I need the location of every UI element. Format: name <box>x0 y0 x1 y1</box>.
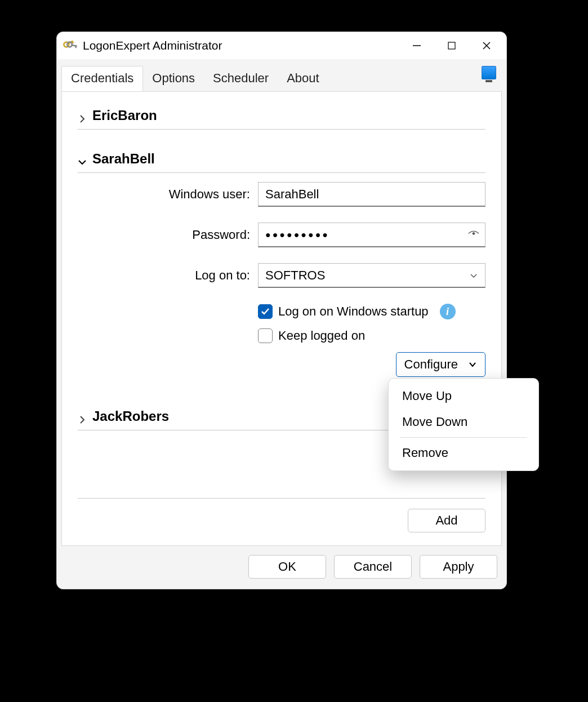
chevron-down-icon <box>78 154 87 163</box>
maximize-button[interactable] <box>434 33 469 58</box>
credential-name: EricBaron <box>92 108 157 123</box>
menu-move-up[interactable]: Move Up <box>389 383 538 409</box>
logon-to-value: SOFTROS <box>265 268 325 283</box>
svg-rect-7 <box>448 42 455 49</box>
window-title: LogonExpert Administrator <box>83 39 222 52</box>
keep-logged-checkbox[interactable] <box>258 328 273 343</box>
startup-checkbox[interactable] <box>258 304 273 319</box>
monitor-icon[interactable] <box>482 66 496 79</box>
add-button[interactable]: Add <box>408 509 485 532</box>
dialog-footer: OK Cancel Apply <box>57 546 506 589</box>
menu-remove[interactable]: Remove <box>389 440 538 466</box>
chevron-down-icon <box>468 360 477 369</box>
minimize-button[interactable] <box>399 33 434 58</box>
configure-button[interactable]: Configure <box>396 352 485 377</box>
close-button[interactable] <box>469 33 504 58</box>
titlebar: LogonExpert Administrator <box>57 32 506 59</box>
app-window: LogonExpert Administrator Credentials Op… <box>56 32 507 589</box>
credential-name: SarahBell <box>92 151 155 167</box>
tab-content: EricBaron SarahBell Windows user: Passwo… <box>61 91 502 546</box>
tab-about[interactable]: About <box>278 66 328 91</box>
menu-move-down[interactable]: Move Down <box>389 409 538 435</box>
credential-name: JackRobers <box>92 408 169 424</box>
configure-menu: Move Up Move Down Remove <box>388 378 539 471</box>
ok-button[interactable]: OK <box>248 555 326 579</box>
keys-icon <box>63 38 78 54</box>
chevron-right-icon <box>78 412 87 421</box>
menu-separator <box>400 437 527 438</box>
reveal-password-icon[interactable] <box>467 228 480 243</box>
tab-scheduler[interactable]: Scheduler <box>204 66 278 91</box>
password-label: Password: <box>78 228 258 242</box>
chevron-down-icon <box>469 271 478 280</box>
info-icon[interactable]: i <box>440 304 456 319</box>
logon-label: Log on to: <box>78 268 258 283</box>
password-input[interactable] <box>258 223 485 247</box>
configure-label: Configure <box>404 357 458 372</box>
credential-header-ericbaron[interactable]: EricBaron <box>78 101 485 129</box>
windows-user-input[interactable] <box>258 182 485 207</box>
logon-to-select[interactable]: SOFTROS <box>258 263 485 288</box>
credential-header-sarahbell[interactable]: SarahBell <box>78 144 485 172</box>
svg-point-10 <box>473 232 475 235</box>
tabbar: Credentials Options Scheduler About <box>57 59 506 91</box>
apply-button[interactable]: Apply <box>420 555 497 579</box>
keep-logged-checkbox-label: Keep logged on <box>278 328 365 343</box>
chevron-right-icon <box>78 111 87 120</box>
user-label: Windows user: <box>78 187 258 202</box>
tab-credentials[interactable]: Credentials <box>61 66 143 92</box>
cancel-button[interactable]: Cancel <box>334 555 412 579</box>
tab-options[interactable]: Options <box>143 66 204 91</box>
startup-checkbox-label: Log on on Windows startup <box>278 304 429 319</box>
